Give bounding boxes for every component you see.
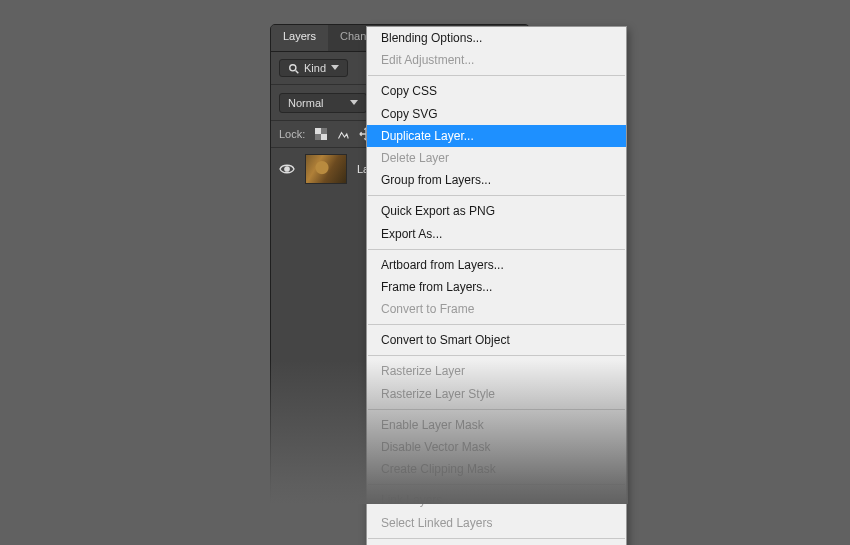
menu-copy-svg[interactable]: Copy SVG: [367, 103, 626, 125]
menu-rasterize-layer-style: Rasterize Layer Style: [367, 383, 626, 405]
filter-kind-label: Kind: [304, 62, 326, 74]
filter-kind-dropdown[interactable]: Kind: [279, 59, 348, 77]
menu-separator: [368, 355, 625, 356]
menu-disable-vector-mask: Disable Vector Mask: [367, 436, 626, 458]
svg-rect-4: [321, 128, 327, 134]
menu-enable-layer-mask: Enable Layer Mask: [367, 414, 626, 436]
menu-convert-to-frame: Convert to Frame: [367, 298, 626, 320]
svg-rect-5: [315, 134, 321, 140]
menu-quick-export-png[interactable]: Quick Export as PNG: [367, 200, 626, 222]
menu-frame-from-layers[interactable]: Frame from Layers...: [367, 276, 626, 298]
menu-separator: [368, 538, 625, 539]
visibility-eye-icon[interactable]: [279, 163, 295, 175]
menu-separator: [368, 75, 625, 76]
menu-separator: [368, 484, 625, 485]
menu-link-layers: Link Layers: [367, 489, 626, 511]
menu-separator: [368, 249, 625, 250]
lock-image-icon[interactable]: [337, 128, 349, 140]
menu-group-from-layers[interactable]: Group from Layers...: [367, 169, 626, 191]
layer-context-menu: Blending Options... Edit Adjustment... C…: [366, 26, 627, 545]
svg-line-1: [296, 70, 299, 73]
chevron-down-icon: [350, 100, 358, 106]
lock-label: Lock:: [279, 128, 305, 140]
svg-point-0: [290, 64, 296, 70]
menu-select-linked-layers: Select Linked Layers: [367, 512, 626, 534]
menu-create-clipping-mask: Create Clipping Mask: [367, 458, 626, 480]
menu-blending-options[interactable]: Blending Options...: [367, 27, 626, 49]
menu-edit-adjustment: Edit Adjustment...: [367, 49, 626, 71]
menu-separator: [368, 195, 625, 196]
chevron-down-icon: [331, 65, 339, 71]
menu-rasterize-layer: Rasterize Layer: [367, 360, 626, 382]
blend-mode-value: Normal: [288, 97, 323, 109]
menu-export-as[interactable]: Export As...: [367, 223, 626, 245]
menu-convert-to-smart-object[interactable]: Convert to Smart Object: [367, 329, 626, 351]
menu-separator: [368, 409, 625, 410]
svg-rect-2: [315, 128, 321, 134]
tab-layers[interactable]: Layers: [271, 25, 328, 51]
menu-separator: [368, 324, 625, 325]
menu-delete-layer: Delete Layer: [367, 147, 626, 169]
menu-artboard-from-layers[interactable]: Artboard from Layers...: [367, 254, 626, 276]
svg-point-6: [285, 167, 289, 171]
blend-mode-dropdown[interactable]: Normal: [279, 93, 367, 113]
menu-duplicate-layer[interactable]: Duplicate Layer...: [367, 125, 626, 147]
layer-thumbnail[interactable]: [305, 154, 347, 184]
menu-copy-css[interactable]: Copy CSS: [367, 80, 626, 102]
lock-transparent-icon[interactable]: [315, 128, 327, 140]
search-icon: [288, 63, 299, 74]
svg-rect-3: [321, 134, 327, 140]
